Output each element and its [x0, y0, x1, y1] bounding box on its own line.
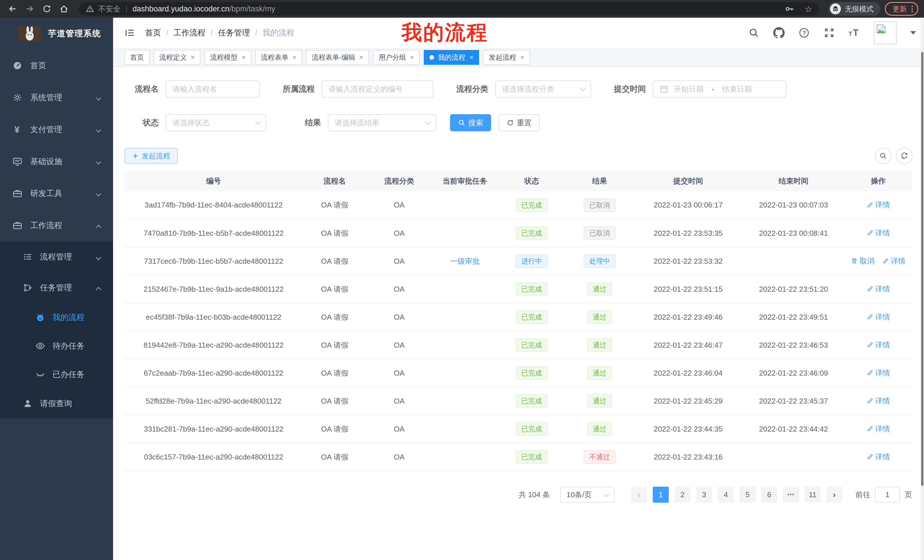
page-url[interactable]: dashboard.yudao.iocoder.cn/bpm/task/my: [132, 4, 275, 13]
start-date-placeholder[interactable]: 开始日期: [674, 84, 704, 94]
detail-link[interactable]: 详情: [867, 228, 890, 238]
page-button-11[interactable]: 11: [805, 487, 820, 503]
refresh-table-icon[interactable]: [896, 148, 913, 164]
breadcrumb-item[interactable]: 首页: [145, 27, 161, 38]
page-button-4[interactable]: 4: [718, 487, 734, 503]
scrollbar-thumb[interactable]: [921, 52, 923, 486]
tab-process-model[interactable]: 流程模型×: [204, 50, 251, 65]
sidebar-item-home[interactable]: 首页: [0, 49, 113, 82]
password-key-icon[interactable]: [784, 4, 794, 14]
forward-icon[interactable]: [23, 2, 36, 16]
breadcrumb-item[interactable]: 任务管理: [218, 27, 250, 38]
status-badge: 已完成: [516, 282, 548, 296]
page-scrollbar[interactable]: [921, 18, 924, 560]
sidebar-item-done-tasks[interactable]: 已办任务: [0, 360, 113, 389]
close-icon[interactable]: ×: [359, 53, 363, 61]
back-icon[interactable]: [6, 2, 20, 16]
breadcrumb-item[interactable]: 工作流程: [174, 27, 206, 38]
goto-page-input[interactable]: [875, 487, 900, 503]
close-icon[interactable]: ×: [520, 53, 524, 61]
app-logo-row[interactable]: 芋道管理系统: [0, 18, 113, 49]
tab-process-form[interactable]: 流程表单×: [255, 50, 302, 65]
sidebar-item-leave-query[interactable]: 请假查询: [0, 389, 113, 418]
tab-my-processes[interactable]: 我的流程×: [424, 50, 479, 65]
sidebar-item-payment[interactable]: ¥ 支付管理: [0, 114, 113, 145]
page-button-2[interactable]: 2: [675, 487, 690, 503]
close-icon[interactable]: ×: [242, 53, 246, 61]
tab-process-form-edit[interactable]: 流程表单-编辑×: [306, 50, 369, 65]
detail-link[interactable]: 详情: [867, 396, 890, 406]
close-icon[interactable]: ×: [292, 53, 296, 61]
process-category-select[interactable]: 请选择流程分类: [495, 81, 591, 97]
start-process-button[interactable]: 发起流程: [124, 148, 178, 164]
page-button-6[interactable]: 6: [761, 487, 777, 503]
incognito-icon: [830, 3, 841, 14]
security-label[interactable]: 不安全: [98, 4, 120, 14]
help-icon[interactable]: ?: [798, 27, 810, 39]
end-date-placeholder[interactable]: 结束日期: [722, 84, 752, 94]
detail-link[interactable]: 详情: [867, 200, 890, 210]
detail-link[interactable]: 详情: [867, 312, 890, 322]
reset-button[interactable]: 重置: [498, 114, 540, 131]
detail-link[interactable]: 详情: [867, 368, 890, 378]
home-icon[interactable]: [57, 2, 71, 16]
detail-link[interactable]: 详情: [867, 452, 890, 462]
avatar[interactable]: [874, 21, 897, 44]
edit-icon: [867, 341, 873, 348]
current-task-link[interactable]: 一级审批: [450, 257, 480, 265]
sidebar-item-my-processes[interactable]: 我的流程: [0, 303, 113, 332]
detail-link[interactable]: 详情: [882, 256, 906, 266]
chrome-update-button[interactable]: 更新: [885, 2, 918, 16]
status-badge: 已完成: [516, 450, 548, 464]
tab-process-definition[interactable]: 流程定义×: [154, 50, 201, 65]
detail-link[interactable]: 详情: [867, 424, 890, 434]
tab-home[interactable]: 首页: [124, 50, 150, 65]
sidebar-toggle-icon[interactable]: [123, 27, 136, 39]
process-name-input[interactable]: [166, 81, 260, 97]
submit-time-range-picker[interactable]: 开始日期 - 结束日期: [653, 81, 786, 97]
process-definition-input[interactable]: [321, 81, 434, 97]
font-size-icon[interactable]: TT: [849, 27, 860, 39]
sidebar-item-todo-tasks[interactable]: 待办任务: [0, 332, 113, 360]
sidebar-item-devtools[interactable]: 研发工具: [0, 178, 113, 210]
result-badge: 通过: [587, 394, 612, 408]
sidebar-item-task-management[interactable]: 任务管理: [0, 272, 113, 303]
cancel-link[interactable]: 取消: [851, 256, 874, 266]
fullscreen-icon[interactable]: [824, 27, 835, 39]
page-button-1[interactable]: 1: [653, 487, 669, 503]
prev-page-button[interactable]: ‹: [631, 487, 647, 503]
chevron-down-icon: [96, 191, 101, 197]
bookmark-star-icon[interactable]: ☆: [805, 4, 812, 14]
address-bar[interactable]: 不安全 dashboard.yudao.iocoder.cn/bpm/task/…: [79, 2, 819, 15]
detail-link[interactable]: 详情: [867, 340, 890, 350]
menu-dots-icon[interactable]: [911, 6, 913, 12]
result-select[interactable]: 请选择流结果: [328, 114, 436, 131]
page-size-select[interactable]: 10条/页: [560, 487, 615, 503]
github-icon[interactable]: [773, 27, 784, 39]
search-button[interactable]: 搜索: [450, 114, 491, 131]
reload-icon[interactable]: [40, 2, 54, 16]
page-button-3[interactable]: 3: [696, 487, 712, 503]
sidebar-item-process-management[interactable]: 流程管理: [0, 241, 113, 272]
detail-link[interactable]: 详情: [867, 284, 890, 294]
incognito-badge: 无痕模式: [828, 2, 880, 16]
sidebar-item-infra[interactable]: 基础设施: [0, 145, 113, 178]
show-search-toggle-icon[interactable]: [875, 148, 891, 164]
breadcrumb-item-current: 我的流程: [262, 27, 294, 38]
tab-user-group[interactable]: 用户分组×: [373, 50, 420, 65]
tab-start-process[interactable]: 发起流程×: [483, 50, 530, 65]
status-select[interactable]: 请选择状态: [166, 114, 266, 131]
close-icon[interactable]: ×: [191, 53, 195, 61]
search-icon[interactable]: [748, 27, 759, 39]
close-icon[interactable]: ×: [470, 53, 473, 61]
trash-icon: [851, 258, 858, 264]
avatar-dropdown-caret-icon[interactable]: [910, 31, 916, 34]
sidebar-item-system[interactable]: 系统管理: [0, 82, 113, 114]
next-page-button[interactable]: ›: [826, 487, 842, 503]
dashboard-icon: [13, 61, 22, 70]
list-icon: [23, 252, 33, 262]
page-button-5[interactable]: 5: [740, 487, 756, 503]
close-icon[interactable]: ×: [410, 53, 414, 61]
sidebar-item-workflow[interactable]: 工作流程: [0, 210, 113, 241]
more-pages-button[interactable]: •••: [783, 487, 799, 503]
